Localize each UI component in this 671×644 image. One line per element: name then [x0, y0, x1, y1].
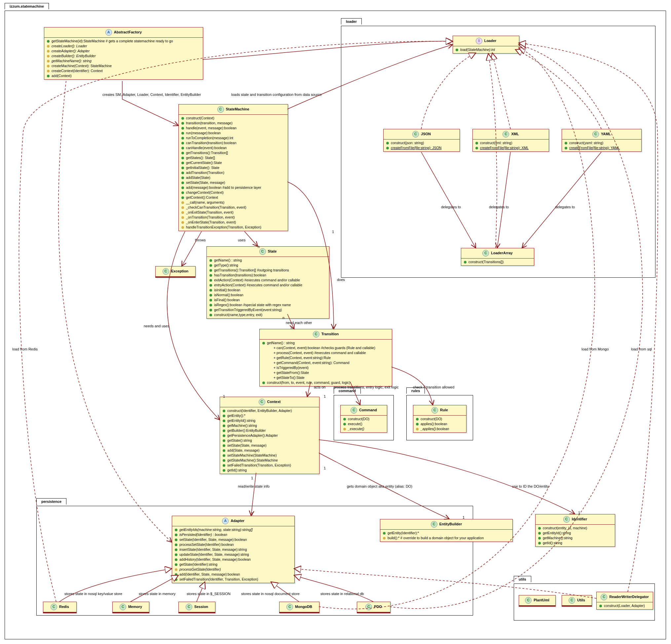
method: execute() — [341, 421, 387, 426]
class-title: ILoader — [453, 36, 519, 46]
method: getTransitions():Transition[] #outgoing … — [207, 268, 329, 273]
rel-label: check if transition allowed — [413, 385, 454, 389]
class-mongodb: CMongoDB — [279, 602, 319, 613]
method: + can(Context, event):boolean #checks gu… — [260, 346, 392, 350]
class-icon: C — [525, 597, 532, 604]
method: isPersisted(Identifier) : boolean — [172, 532, 294, 537]
class-members: construct(DO) applies():boolean _applies… — [413, 416, 466, 432]
rel-label: read/write state info — [238, 484, 269, 488]
class-title: CYAML — [562, 129, 641, 139]
rel-label: gets domain object aka entity (alias: DO… — [347, 484, 412, 488]
class-rule: CRule construct(DO) applies():boolean _a… — [413, 405, 467, 433]
class-icon: C — [412, 131, 419, 137]
class-name: Session — [194, 605, 208, 609]
method: changeContext(Context) — [179, 190, 288, 195]
class-icon: C — [503, 131, 509, 137]
method: getEntityIds(machine:string, state:strin… — [172, 527, 294, 532]
class-members: getEntity(Identifier):* build():* # over… — [380, 530, 512, 542]
class-members: construct(entity_id, machine) getEntityI… — [535, 525, 615, 546]
package-loader-label: loader — [341, 18, 362, 24]
method: createFromFile(file:string): JSON — [383, 146, 459, 150]
class-name: Loader — [484, 39, 496, 42]
class-redis: CRedis — [43, 602, 77, 613]
rel-label: stores state in memory — [139, 592, 175, 596]
method: addTransition(Transition) — [179, 170, 288, 175]
method: construct(DO) — [413, 417, 466, 421]
method: processGetState(Identifier) — [172, 567, 294, 572]
method: getPersistenceAdapter():Adapter — [220, 433, 319, 438]
method: getBuilder():EntityBuilder — [220, 428, 319, 433]
method: exitAction(Context) #executes command an… — [207, 278, 329, 283]
method: add(State, message) — [220, 448, 319, 453]
method: getTransitions():Transition[] — [179, 150, 288, 156]
mult-label: 1 — [324, 394, 326, 398]
rel-label: use to ID the DO/entity — [512, 484, 549, 488]
method: _onTransition(Transition, event) — [179, 215, 288, 220]
method: load(StateMachine):int — [453, 47, 519, 52]
class-title: CRule — [413, 405, 466, 416]
method: add(Identifier, State, message):boolean — [172, 572, 294, 577]
rel-label: loads state and transition configuration… — [231, 92, 322, 97]
method: getStates(): State[] — [179, 156, 288, 160]
rel-label: creates SM, Adapter, Loader, Context, Id… — [102, 92, 201, 97]
method: build():* # override to build a domain o… — [380, 535, 512, 541]
class-members: getName() : string + can(Context, event)… — [260, 339, 392, 386]
method: construct(DO) — [341, 417, 387, 421]
class-name: ReaderWriterDelegator — [609, 595, 649, 599]
method: addState(State) — [179, 175, 288, 180]
method: hasTransition(transitions):boolean — [207, 273, 329, 278]
rel-label: delegates to — [489, 205, 509, 209]
method: runToCompletion(message):int — [179, 136, 288, 140]
class-name: PlantUml — [534, 598, 549, 602]
class-icon: C — [592, 131, 599, 137]
class-icon: C — [313, 331, 319, 337]
method: setState(State, message) — [179, 180, 288, 185]
class-name: XML — [511, 132, 519, 136]
class-icon: C — [365, 604, 372, 610]
mult-label: n — [258, 245, 260, 249]
class-members: construct(Transitions[]) — [461, 259, 534, 265]
method: processSetState(Identifier):boolean — [172, 542, 294, 547]
class-name: Exception — [171, 269, 189, 273]
class-json: CJSON construct(json: string) createFrom… — [383, 129, 460, 152]
class-name: Context — [267, 400, 281, 404]
class-title: CEntityBuilder — [380, 519, 512, 530]
rel-label: load from Mongo — [581, 347, 609, 351]
method: construct(from, to, event, rule, command… — [260, 380, 392, 385]
interface-icon: I — [476, 38, 482, 44]
class-icon: C — [287, 604, 293, 610]
class-name: Rule — [440, 408, 448, 412]
package-main-label: izzum.statemachine — [5, 3, 49, 9]
method: getStateMachine():StateMachine — [220, 458, 319, 463]
class-members: construct(Context) transition(transition… — [179, 115, 288, 231]
class-title: CIdentifier — [535, 515, 615, 525]
class-name: JSON — [421, 132, 431, 136]
method: getInitialState(): State — [179, 165, 288, 170]
class-members: getName() : string getType():string getT… — [207, 257, 329, 318]
class-memory: CMemory — [112, 602, 149, 613]
method: add(message):boolean #add to persistence… — [179, 185, 288, 190]
method: getEntity(Identifier):* — [380, 531, 512, 535]
class-command: CCommand construct(DO) execute() _execut… — [340, 405, 387, 433]
class-entitybuilder: CEntityBuilder getEntity(Identifier):* b… — [380, 519, 513, 542]
class-title: CCommand — [341, 405, 387, 416]
class-title: CTransition — [260, 329, 392, 339]
method: getStateMachine(id):StateMachine # gets … — [44, 39, 203, 44]
method: createBuilder(): EntityBuilder — [44, 53, 203, 59]
class-icon: C — [119, 604, 126, 610]
class-transition: CTransition getName() : string + can(Con… — [259, 329, 392, 386]
method: isNormal():boolean — [207, 293, 329, 298]
method: getMachine():string — [535, 535, 615, 541]
class-icon: C — [217, 106, 224, 113]
class-icon: C — [163, 268, 169, 275]
method: _applies():boolean — [413, 426, 466, 431]
class-members: construct(xml: string) createFromFile(fi… — [473, 139, 549, 151]
package-utils-label: utils — [514, 576, 531, 582]
diagram-stage: izzum.statemachine loader persistence co… — [0, 0, 671, 644]
method: isFinal():boolean — [207, 298, 329, 302]
class-members: getEntityIds(machine:string, state:strin… — [172, 526, 294, 583]
method: + process(Context, event) #executes comm… — [260, 350, 392, 355]
class-icon: C — [351, 407, 357, 413]
rel-label: does — [337, 278, 345, 282]
method: construct(Transitions[]) — [461, 260, 534, 264]
